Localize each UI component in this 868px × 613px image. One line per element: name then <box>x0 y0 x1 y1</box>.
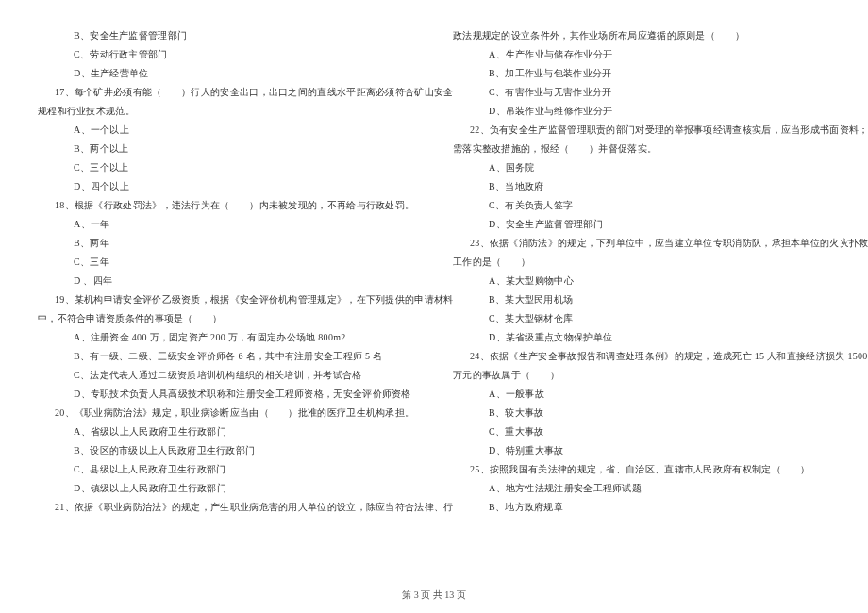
question-21-cont: 政法规规定的设立条件外，其作业场所布局应遵循的原则是（ ） <box>453 26 830 45</box>
question-22: 22、负有安全生产监督管理职责的部门对受理的举报事项经调查核实后，应当形成书面资… <box>453 121 830 140</box>
option-d: D、安全生产监督管理部门 <box>453 215 830 234</box>
option-c: C、有害作业与无害作业分开 <box>453 83 830 102</box>
option-b: B、两个以上 <box>38 140 415 158</box>
question-18: 18、根据《行政处罚法》，违法行为在（ ）内未被发现的，不再给与行政处罚。 <box>38 196 415 215</box>
option-c: C、有关负责人签字 <box>453 196 830 215</box>
question-17-cont: 规程和行业技术规范。 <box>38 102 415 121</box>
option-b: B、两年 <box>38 234 415 253</box>
option-d: D、镇级以上人民政府卫生行政部门 <box>38 479 415 498</box>
question-17: 17、每个矿井必须有能（ ）行人的安全出口，出口之间的直线水平距离必须符合矿山安… <box>38 83 415 102</box>
option-d: D、生产经营单位 <box>38 64 415 83</box>
option-a: A、省级以上人民政府卫生行政部门 <box>38 422 415 441</box>
option-c: C、三个以上 <box>38 158 415 177</box>
question-19-cont: 中，不符合申请资质条件的事项是（ ） <box>38 309 415 328</box>
option-a: A、一般事故 <box>453 385 830 404</box>
option-d: D、四个以上 <box>38 177 415 196</box>
option-b: B、设区的市级以上人民政府卫生行政部门 <box>38 441 415 460</box>
option-d: D、吊装作业与维修作业分开 <box>453 102 830 121</box>
page-footer: 第 3 页 共 13 页 <box>0 588 868 602</box>
option-b: B、地方政府规章 <box>453 498 830 517</box>
option-b: B、安全生产监督管理部门 <box>38 26 415 45</box>
page-content: B、安全生产监督管理部门 C、劳动行政主管部门 D、生产经营单位 17、每个矿井… <box>0 0 868 566</box>
option-b: B、加工作业与包装作业分开 <box>453 64 830 83</box>
option-b: B、当地政府 <box>453 177 830 196</box>
option-a: A、一个以上 <box>38 121 415 140</box>
question-24: 24、依据《生产安全事故报告和调查处理条例》的规定，造成死亡 15 人和直接经济… <box>453 347 830 366</box>
option-c: C、某大型钢材仓库 <box>453 309 830 328</box>
question-22-cont: 需落实整改措施的，报经（ ）并督促落实。 <box>453 140 830 158</box>
option-a: A、某大型购物中心 <box>453 272 830 290</box>
right-column: 政法规规定的设立条件外，其作业场所布局应遵循的原则是（ ） A、生产作业与储存作… <box>434 26 830 566</box>
question-24-cont: 万元的事故属于（ ） <box>453 366 830 385</box>
option-c: C、县级以上人民政府卫生行政部门 <box>38 460 415 479</box>
question-25: 25、按照我国有关法律的规定，省、自治区、直辖市人民政府有权制定（ ） <box>453 460 830 479</box>
option-a: A、国务院 <box>453 158 830 177</box>
question-23-cont: 工作的是（ ） <box>453 253 830 272</box>
option-c: C、法定代表人通过二级资质培训机构组织的相关培训，并考试合格 <box>38 366 415 385</box>
question-23: 23、依据《消防法》的规定，下列单位中，应当建立单位专职消防队，承担本单位的火灾… <box>453 234 830 253</box>
option-d: D、特别重大事故 <box>453 441 830 460</box>
question-19: 19、某机构申请安全评价乙级资质，根据《安全评价机构管理规定》，在下列提供的申请… <box>38 290 415 309</box>
option-a: A、一年 <box>38 215 415 234</box>
question-20: 20、《职业病防治法》规定，职业病诊断应当由（ ）批准的医疗卫生机构承担。 <box>38 404 415 422</box>
option-b: B、某大型民用机场 <box>453 290 830 309</box>
option-d: D、某省级重点文物保护单位 <box>453 328 830 347</box>
option-a: A、生产作业与储存作业分开 <box>453 45 830 64</box>
option-a: A、注册资金 400 万，固定资产 200 万，有固定办公场地 800m2 <box>38 328 415 347</box>
option-b: B、有一级、二级、三级安全评价师各 6 名，其中有注册安全工程师 5 名 <box>38 347 415 366</box>
option-b: B、较大事故 <box>453 404 830 422</box>
option-d: D 、四年 <box>38 272 415 290</box>
question-21: 21、依据《职业病防治法》的规定，产生职业病危害的用人单位的设立，除应当符合法律… <box>38 498 415 517</box>
left-column: B、安全生产监督管理部门 C、劳动行政主管部门 D、生产经营单位 17、每个矿井… <box>38 26 434 566</box>
option-a: A、地方性法规注册安全工程师试题 <box>453 479 830 498</box>
option-c: C、重大事故 <box>453 422 830 441</box>
option-c: C、劳动行政主管部门 <box>38 45 415 64</box>
option-c: C、三年 <box>38 253 415 272</box>
option-d: D、专职技术负责人具高级技术职称和注册安全工程师资格，无安全评价师资格 <box>38 385 415 404</box>
